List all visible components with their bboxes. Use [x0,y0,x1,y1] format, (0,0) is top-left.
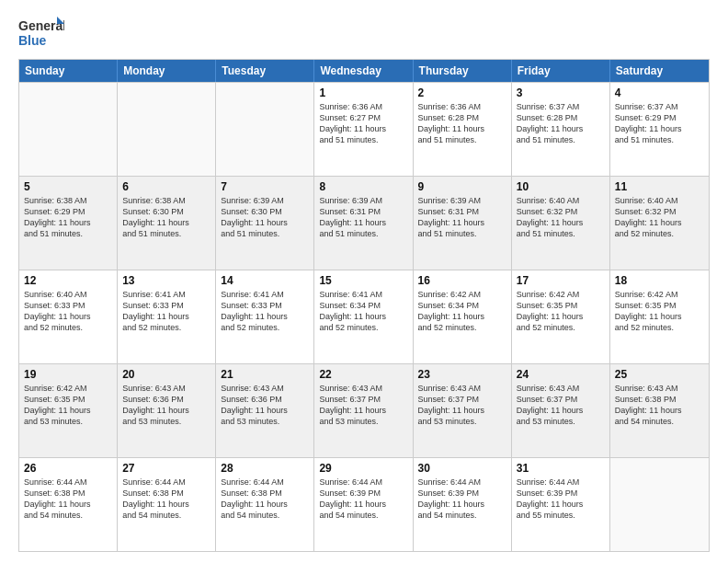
header-cell-tuesday: Tuesday [216,60,314,82]
cell-info-line: Daylight: 11 hours [418,405,506,416]
cell-info-line: and 52 minutes. [517,322,605,333]
cell-info-line: Sunrise: 6:37 AM [615,101,704,112]
calendar-cell: 26Sunrise: 6:44 AMSunset: 6:38 PMDayligh… [19,458,118,551]
cell-info-line: Sunrise: 6:38 AM [24,195,112,206]
cell-info-line: Sunrise: 6:44 AM [122,477,210,488]
cell-info-line: and 51 minutes. [517,134,605,145]
cell-info-line: Sunset: 6:32 PM [615,206,704,217]
cell-info-line: and 52 minutes. [221,322,309,333]
day-number: 28 [221,462,309,475]
cell-info-line: Sunrise: 6:43 AM [122,383,210,394]
day-number: 19 [24,368,112,381]
cell-info-line: Daylight: 11 hours [615,311,704,322]
cell-info-line: Daylight: 11 hours [418,499,506,510]
calendar-cell: 16Sunrise: 6:42 AMSunset: 6:34 PMDayligh… [414,270,512,363]
day-number: 14 [221,274,309,287]
day-number: 27 [122,462,210,475]
cell-info-line: and 51 minutes. [418,134,506,145]
day-number: 21 [221,368,309,381]
calendar-cell: 1Sunrise: 6:36 AMSunset: 6:27 PMDaylight… [314,83,413,176]
calendar-cell: 5Sunrise: 6:38 AMSunset: 6:29 PMDaylight… [19,177,118,270]
cell-info-line: and 51 minutes. [24,228,112,239]
cell-info-line: Sunset: 6:36 PM [122,394,210,405]
day-number: 7 [221,180,309,193]
day-number: 8 [319,180,407,193]
cell-info-line: Sunrise: 6:36 AM [319,101,407,112]
cell-info-line: Daylight: 11 hours [615,405,704,416]
cell-info-line: Daylight: 11 hours [221,217,309,228]
cell-info-line: and 54 minutes. [221,510,309,521]
cell-info-line: Sunrise: 6:40 AM [517,195,605,206]
calendar-cell: 21Sunrise: 6:43 AMSunset: 6:36 PMDayligh… [216,364,314,457]
calendar: SundayMondayTuesdayWednesdayThursdayFrid… [18,59,710,552]
cell-info-line: Sunrise: 6:41 AM [221,289,309,300]
day-number: 29 [319,462,407,475]
logo-svg: GeneralBlue [18,15,64,50]
cell-info-line: Sunrise: 6:42 AM [615,289,704,300]
header-cell-thursday: Thursday [414,60,512,82]
calendar-cell: 23Sunrise: 6:43 AMSunset: 6:37 PMDayligh… [414,364,512,457]
calendar-cell: 17Sunrise: 6:42 AMSunset: 6:35 PMDayligh… [512,270,610,363]
calendar-cell: 14Sunrise: 6:41 AMSunset: 6:33 PMDayligh… [216,270,314,363]
cell-info-line: Sunset: 6:30 PM [122,206,210,217]
cell-info-line: Sunset: 6:27 PM [319,112,407,123]
cell-info-line: Sunrise: 6:44 AM [319,477,407,488]
cell-info-line: Sunset: 6:37 PM [418,394,506,405]
calendar-cell: 28Sunrise: 6:44 AMSunset: 6:38 PMDayligh… [216,458,314,551]
cell-info-line: Sunset: 6:36 PM [221,394,309,405]
cell-info-line: Daylight: 11 hours [517,405,605,416]
cell-info-line: and 51 minutes. [517,228,605,239]
day-number: 25 [615,368,704,381]
day-number: 18 [615,274,704,287]
cell-info-line: Sunrise: 6:43 AM [418,383,506,394]
cell-info-line: and 51 minutes. [122,228,210,239]
calendar-cell: 18Sunrise: 6:42 AMSunset: 6:35 PMDayligh… [610,270,709,363]
calendar-header: SundayMondayTuesdayWednesdayThursdayFrid… [19,60,709,82]
cell-info-line: Daylight: 11 hours [319,217,407,228]
cell-info-line: Sunrise: 6:43 AM [319,383,407,394]
cell-info-line: Sunrise: 6:44 AM [24,477,112,488]
day-number: 24 [517,368,605,381]
header-cell-saturday: Saturday [610,60,709,82]
day-number: 26 [24,462,112,475]
cell-info-line: Sunrise: 6:40 AM [615,195,704,206]
cell-info-line: and 53 minutes. [122,416,210,427]
cell-info-line: and 51 minutes. [418,228,506,239]
day-number: 22 [319,368,407,381]
calendar-cell: 24Sunrise: 6:43 AMSunset: 6:37 PMDayligh… [512,364,610,457]
header-cell-monday: Monday [118,60,216,82]
cell-info-line: Sunset: 6:33 PM [221,300,309,311]
header: GeneralBlue [18,15,710,50]
cell-info-line: and 53 minutes. [418,416,506,427]
cell-info-line: Sunset: 6:38 PM [24,488,112,499]
header-cell-friday: Friday [512,60,610,82]
cell-info-line: Daylight: 11 hours [221,405,309,416]
cell-info-line: Daylight: 11 hours [221,499,309,510]
calendar-cell: 19Sunrise: 6:42 AMSunset: 6:35 PMDayligh… [19,364,118,457]
cell-info-line: Sunset: 6:39 PM [319,488,407,499]
day-number: 31 [517,462,605,475]
calendar-cell [118,83,216,176]
cell-info-line: Daylight: 11 hours [418,311,506,322]
cell-info-line: Daylight: 11 hours [517,217,605,228]
cell-info-line: Sunset: 6:37 PM [517,394,605,405]
cell-info-line: Sunrise: 6:43 AM [517,383,605,394]
cell-info-line: Sunset: 6:38 PM [615,394,704,405]
cell-info-line: Sunrise: 6:42 AM [24,383,112,394]
cell-info-line: Sunrise: 6:39 AM [418,195,506,206]
cell-info-line: Daylight: 11 hours [615,123,704,134]
day-number: 16 [418,274,506,287]
cell-info-line: and 54 minutes. [319,510,407,521]
calendar-cell: 8Sunrise: 6:39 AMSunset: 6:31 PMDaylight… [314,177,413,270]
calendar-cell: 20Sunrise: 6:43 AMSunset: 6:36 PMDayligh… [118,364,216,457]
cell-info-line: Sunset: 6:28 PM [418,112,506,123]
calendar-cell [610,458,709,551]
cell-info-line: and 51 minutes. [221,228,309,239]
cell-info-line: Daylight: 11 hours [517,311,605,322]
calendar-cell: 9Sunrise: 6:39 AMSunset: 6:31 PMDaylight… [414,177,512,270]
calendar-cell: 12Sunrise: 6:40 AMSunset: 6:33 PMDayligh… [19,270,118,363]
day-number: 2 [418,86,506,99]
cell-info-line: and 54 minutes. [122,510,210,521]
cell-info-line: Daylight: 11 hours [615,217,704,228]
cell-info-line: Sunrise: 6:43 AM [221,383,309,394]
